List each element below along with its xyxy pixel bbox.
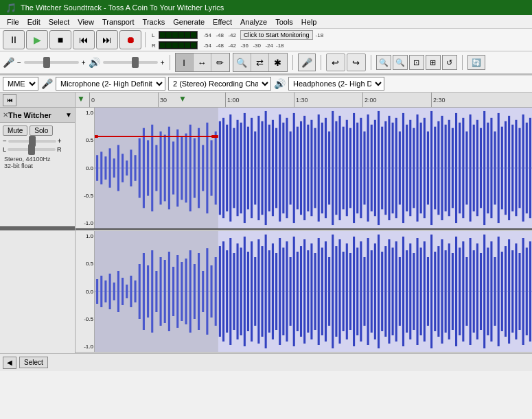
time-shift-btn[interactable]: ⇄ [251,53,269,71]
zoom-in-btn2[interactable]: 🔍 [393,55,408,70]
pause-button[interactable]: ⏸ [3,30,25,49]
undo-redo-group: ↩ ↪ [326,53,366,71]
play-button[interactable]: ▶ [26,30,48,49]
vu-seg [160,32,165,38]
vu-seg [178,43,184,48]
vu-seg [166,43,172,48]
menu-effect[interactable]: Effect [209,16,236,27]
tracks-canvas[interactable]: 1.0 0.5 0.0 -0.5 -1.0 [76,108,532,353]
input-device-select[interactable]: Microphone (2- High Definition [56,77,165,91]
solo-button[interactable]: Solo [30,125,53,136]
y-label-m10-top: -1.0 [76,220,93,226]
y-label-m05-top: -0.5 [76,193,93,199]
y-label-05-bot: 0.5 [76,261,93,267]
nav-left-btn[interactable]: ◀ [3,357,16,369]
prev-button[interactable]: ⏮ [73,30,95,49]
y-label-10-top: 1.0 [76,110,93,116]
zoom-project-btn[interactable]: ⊞ [426,55,441,70]
selection-tools: I ↔ ✏ [175,53,230,72]
record-button[interactable]: ⏺ [119,30,141,49]
draw-tool-btn[interactable]: ✏ [211,53,229,71]
envelope-tool-btn[interactable]: ↔ [194,53,211,71]
vu-seg [185,43,190,48]
zoom-controls: 🔍 🔍 ⊡ ⊞ ↺ [376,55,457,70]
y-label-00-bot: 0.0 [76,289,93,295]
track-close-btn[interactable]: ✕ [3,111,8,119]
mute-button[interactable]: Mute [3,125,27,136]
track-pan-slider[interactable] [8,148,56,151]
y-label-05-top: 0.5 [76,137,93,143]
speaker-icon2: 🔊 [274,78,286,89]
record-mic-btn[interactable]: 🎤 [298,53,316,71]
ruler-mark-0: 0 [89,93,95,107]
vu-seg [172,43,178,48]
fit-btn[interactable]: 🔄 [467,55,485,70]
l-label: L [152,32,157,38]
waveform-bottom [95,231,532,352]
vu-seg [160,43,165,48]
vu-seg [191,32,196,38]
vu-seg [172,32,178,38]
y-label-10-bot: 1.0 [76,233,93,239]
timeline-tracks: ▼ ▼ 0 30 1:00 1:30 2:00 2:30 [76,93,532,353]
vu-numbers: -54 -48 -42 [200,32,236,38]
menu-generate[interactable]: Generate [169,16,209,27]
minus-icon: − [17,59,21,67]
menu-transport[interactable]: Transport [98,16,139,27]
plus-icon2: + [161,59,165,67]
menu-file[interactable]: File [3,16,23,27]
track-controls: Mute Solo − + L R Stereo, 44100Hz32-bit … [0,123,75,173]
undo-btn[interactable]: ↩ [326,53,345,71]
ruler-mark-30: 30 [158,93,167,107]
zoom-in-btn[interactable]: 🔍 [233,53,251,71]
channels-select[interactable]: 2 (Stereo) Recording Cha... [168,77,271,91]
menu-analyze[interactable]: Analyze [236,16,271,27]
track-name: The Witcher [8,111,65,119]
mic-icon2: 🎤 [41,78,53,89]
skip-start-btn[interactable]: ⏮ [3,94,16,106]
zoom-toggle-btn[interactable]: ↺ [442,55,457,70]
zoom-fit-btn[interactable]: ⊡ [409,55,424,70]
mic-volume-slider[interactable] [24,61,79,64]
zoom-tools: 🔍 ⇄ ✱ [233,53,288,72]
redo-btn[interactable]: ↪ [347,53,366,71]
next-button[interactable]: ⏭ [96,30,118,49]
menu-tools[interactable]: Tools [271,16,297,27]
track-collapse-btn[interactable]: ▼ [65,111,72,119]
multi-tool-btn[interactable]: ✱ [269,53,287,71]
vu-seg [178,32,184,38]
window-title: The Witcher Soundtrack - Toss A Coin To … [21,3,224,12]
selection-tool-btn[interactable]: I [176,53,194,71]
track-info: Stereo, 44100Hz32-bit float [3,154,72,171]
vu-numbers-r: -54 -48 -42 -36 -30 -24 [200,43,273,49]
vu-seg [166,32,172,38]
menu-tracks[interactable]: Tracks [139,16,170,27]
selection-start-marker[interactable]: ▼ [178,94,187,104]
menu-edit[interactable]: Edit [23,16,45,27]
mic-icon: 🎤 [3,57,14,68]
stop-button[interactable]: ■ [49,30,71,49]
zoom-out-btn[interactable]: 🔍 [376,55,391,70]
output-device-select[interactable]: Headphones (2- High Defin... [288,77,384,91]
pan-row: L R [3,146,72,153]
track-volume-slider[interactable] [8,140,56,143]
ruler-mark-100: 1:00 [225,93,240,107]
speaker-icon: 🔊 [89,57,100,68]
output-volume-slider[interactable] [103,61,158,64]
host-select[interactable]: MME [3,77,38,91]
menu-bar: File Edit Select View Transport Tracks G… [0,15,532,29]
toolbar-area: ⏸ ▶ ■ ⏮ ⏭ ⏺ L -54 [0,29,532,75]
vu-seg [185,32,190,38]
playhead-start: ▼ [77,94,85,104]
select-label[interactable]: Select [19,357,48,368]
monitoring-button[interactable]: Click to Start Monitoring [240,30,313,40]
menu-select[interactable]: Select [45,16,74,27]
plus-icon: + [82,59,86,67]
track-header-top: ✕ The Witcher ▼ [0,108,75,123]
menu-view[interactable]: View [73,16,98,27]
menu-help[interactable]: Help [297,16,321,27]
title-bar: 🎵 The Witcher Soundtrack - Toss A Coin T… [0,0,532,15]
device-bar: MME 🎤 Microphone (2- High Definition 2 (… [0,75,532,93]
mute-solo-row: Mute Solo [3,125,72,136]
track-controls-2 [0,230,75,237]
